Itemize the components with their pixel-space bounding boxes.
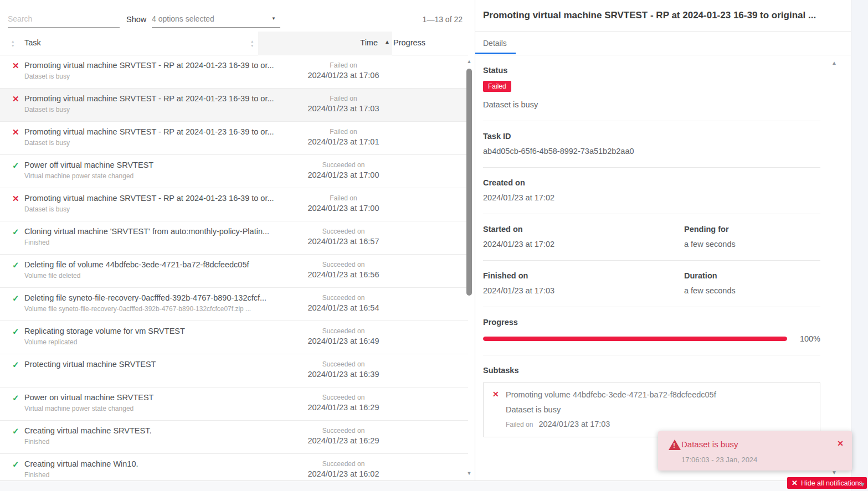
subtask-message: Dataset is busy [506,405,811,414]
task-time-cell: Failed on 2024/01/23 at 17:00 [260,188,427,221]
created-label: Created on [483,178,820,187]
created-section: Created on 2024/01/23 at 17:02 [483,168,820,214]
task-subtitle: Dataset is busy [24,139,70,147]
status-message: Dataset is busy [483,100,820,109]
task-row[interactable]: ✕ Promoting virtual machine SRVTEST - RP… [0,89,468,122]
status-filter-select[interactable]: 4 options selected ▼ [152,11,280,28]
hide-all-notifications-button[interactable]: ✕ Hide all notifications [787,477,867,489]
task-list-scrollbar: ▲ ▼ [465,55,473,480]
task-time-cell: Failed on 2024/01/23 at 17:06 [260,55,427,88]
task-time-label: Succeeded on [260,228,427,235]
started-value: 2024/01/23 at 17:02 [483,240,684,249]
success-icon: ✓ [12,161,19,170]
task-row[interactable]: ✓ Power off virtual machine SRVTEST Virt… [0,155,468,188]
task-title: Replicating storage volume for vm SRVTES… [24,327,185,335]
task-subtitle: Dataset is busy [24,205,70,213]
scroll-up-icon[interactable]: ▲ [465,59,473,64]
finished-value: 2024/01/23 at 17:03 [483,286,684,295]
duration-label: Duration [684,271,820,280]
status-label: Status [483,66,820,75]
task-time-value: 2024/01/23 at 16:39 [260,370,427,379]
failed-icon: ✕ [12,127,19,137]
tab-details[interactable]: Details [475,32,516,54]
task-title: Deleting file of volume 44bdfebc-3ede-47… [24,260,249,269]
scroll-down-icon[interactable]: ▼ [465,471,473,476]
success-icon: ✓ [12,459,19,469]
warning-icon: ! [669,440,681,450]
sort-icon-task[interactable]: ▲▼ [11,40,14,48]
task-title: Promoting virtual machine SRVTEST - RP a… [24,194,274,203]
success-icon: ✓ [12,426,19,436]
task-time-value: 2024/01/23 at 17:00 [260,170,427,179]
task-time-value: 2024/01/23 at 17:01 [260,137,427,146]
pending-value: a few seconds [684,240,820,249]
sort-icon-middle[interactable]: ▲▼ [250,40,254,48]
progress-label: Progress [483,318,820,327]
task-row[interactable]: ✓ Creating virtual machine Win10. Finish… [0,454,468,480]
finished-section: Finished on 2024/01/23 at 17:03 Duration… [483,261,820,307]
started-label: Started on [483,225,684,234]
task-time-label: Failed on [260,128,427,136]
column-header-time[interactable]: Time [258,38,378,47]
task-row[interactable]: ✓ Creating virtual machine SRVTEST. Fini… [0,421,468,454]
progress-bar-fill [483,337,787,341]
success-icon: ✓ [12,327,19,337]
page-scrollbar-gutter[interactable] [851,0,868,491]
scrollbar-thumb[interactable] [466,69,472,296]
column-header-progress[interactable]: Progress [393,38,425,47]
task-title: Power off virtual machine SRVTEST [24,161,153,169]
detail-content: Status Failed Dataset is busy Task ID ab… [483,55,820,449]
detail-scroll-up-icon[interactable]: ▲ [831,60,837,66]
task-time-value: 2024/01/23 at 16:49 [260,337,427,345]
task-row[interactable]: ✓ Deleting file syneto-file-recovery-0ac… [0,288,468,321]
task-row[interactable]: ✕ Promoting virtual machine SRVTEST - RP… [0,55,468,89]
failed-icon: ✕ [12,61,19,71]
task-title: Creating virtual machine SRVTEST. [24,426,151,435]
task-subtitle: Finished [24,438,49,446]
column-header-task[interactable]: Task [24,38,41,47]
task-row[interactable]: ✓ Cloning virtual machine 'SRVTEST' from… [0,221,468,255]
task-time-label: Succeeded on [260,360,427,368]
task-subtitle: Finished [24,239,49,246]
corner-caret-down-icon[interactable]: ▼ [860,481,866,488]
subtask-title: Promoting volume 44bdfebc-3ede-4721-ba72… [506,390,811,399]
task-time-label: Failed on [260,61,427,69]
task-time-value: 2024/01/23 at 16:02 [260,469,427,478]
task-time-cell: Succeeded on 2024/01/23 at 16:56 [260,255,427,287]
task-row[interactable]: ✕ Promoting virtual machine SRVTEST - RP… [0,188,468,221]
task-time-value: 2024/01/23 at 16:29 [260,436,427,445]
task-row[interactable]: ✓ Replicating storage volume for vm SRVT… [0,321,468,354]
duration-value: a few seconds [684,286,820,295]
task-title: Promoting virtual machine SRVTEST - RP a… [24,61,274,70]
failed-icon: ✕ [12,194,19,204]
status-badge: Failed [483,81,511,92]
table-header: ▲▼ Task ▲▼ Time ▲ Progress [0,30,468,55]
task-time-cell: Succeeded on 2024/01/23 at 16:29 [260,387,427,420]
task-subtitle: Volume file deleted [24,272,80,280]
show-label: Show [126,15,146,24]
task-row[interactable]: ✓ Protecting virtual machine SRVTEST Suc… [0,354,468,387]
task-time-cell: Succeeded on 2024/01/23 at 16:29 [260,421,427,453]
notification-toast: ! Dataset is busy ✕ 17:06:03 - 23 Jan, 2… [658,431,852,471]
task-time-cell: Succeeded on 2024/01/23 at 16:49 [260,321,427,354]
subtask-item: ✕ Promoting volume 44bdfebc-3ede-4721-ba… [483,382,820,437]
started-section: Started on 2024/01/23 at 17:02 Pending f… [483,214,820,261]
task-id-section: Task ID ab4d05cb-65f6-4b58-8992-73a51b2b… [483,121,820,168]
task-list-panel: Show 4 options selected ▼ 1—13 of 22 ▲▼ … [0,0,475,480]
close-icon[interactable]: ✕ [837,439,844,448]
notification-title: Dataset is busy [681,440,738,449]
task-row[interactable]: ✓ Power on virtual machine SRVTEST Virtu… [0,387,468,421]
success-icon: ✓ [12,393,19,403]
task-time-cell: Failed on 2024/01/23 at 17:01 [260,122,427,154]
task-time-label: Succeeded on [260,294,427,302]
task-row[interactable]: ✕ Promoting virtual machine SRVTEST - RP… [0,122,468,155]
task-row[interactable]: ✓ Deleting file of volume 44bdfebc-3ede-… [0,255,468,288]
caret-down-icon: ▼ [271,16,276,21]
subtask-failed-time: 2024/01/23 at 17:03 [538,420,610,428]
task-time-label: Succeeded on [260,327,427,335]
task-subtitle: Finished [24,471,49,479]
search-input[interactable] [8,11,120,28]
task-title: Promoting virtual machine SRVTEST - RP a… [24,94,274,103]
task-time-cell: Succeeded on 2024/01/23 at 16:39 [260,354,427,387]
task-subtitle: Virtual machine power state changed [24,405,133,412]
